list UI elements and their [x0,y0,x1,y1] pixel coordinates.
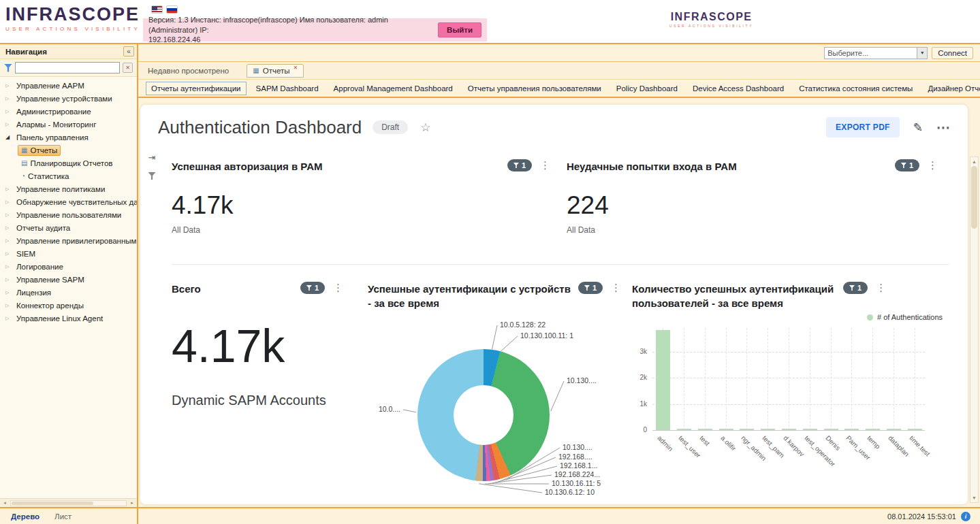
report-tab[interactable]: Approval Management Dashboard [328,82,458,95]
sidebar-item[interactable]: ▷Администрирование [0,105,137,118]
sidebar-item[interactable]: ▷Управление пользователями [0,208,137,221]
filter-badge[interactable]: 1 [843,282,868,294]
filter-badge[interactable]: 1 [300,282,325,294]
close-tab-icon[interactable]: ✕ [293,65,298,71]
sidebar-item[interactable]: ▷Управление AAPM [0,79,137,92]
kebab-menu-icon[interactable]: ⋮ [540,159,550,171]
bar-chart-xtick: a.olifir [719,434,738,453]
favorite-star-icon[interactable]: ☆ [420,120,430,135]
tree-expand-arrow-icon[interactable]: ▷ [5,225,13,231]
report-tab[interactable]: Дизайнер Отчетов [922,82,980,95]
scroll-right-button[interactable]: ▸ [127,500,137,506]
sidebar-item[interactable]: ▷Алармы - Мониторинг [0,118,137,131]
sidebar-collapse-button[interactable]: « [123,46,134,56]
tree-expand-arrow-icon[interactable]: ▷ [5,83,13,88]
scrollbar-track[interactable] [970,166,978,493]
sidebar-item-label: Администрирование [16,108,91,116]
sidebar-item-inner: Управление устройствами [13,93,116,104]
dashboard-filter-icon[interactable] [148,172,156,180]
page-title: Authentication Dashboard [158,117,362,138]
export-pdf-button[interactable]: EXPORT PDF [826,117,900,137]
kebab-menu-icon[interactable]: ⋮ [611,282,621,294]
sidebar-item[interactable]: ▤Планировщик Отчетов [0,157,137,169]
logout-button[interactable]: Выйти [438,22,481,37]
kebab-menu-icon[interactable]: ⋮ [333,282,343,294]
tree-expand-arrow-icon[interactable]: ▷ [5,199,13,205]
tree-expand-arrow-icon[interactable]: ▷ [5,277,13,282]
tree-expand-arrow-icon[interactable]: ▷ [5,238,13,244]
bar-chart-vgridline [768,328,768,430]
ru-flag-icon[interactable] [166,5,178,14]
scroll-left-button[interactable]: ◂ [0,500,10,506]
filter-badge[interactable]: 1 [507,159,532,171]
panel-header: Успешная авторизация в PAM 1 ⋮ [172,159,550,174]
reports-tab[interactable]: ▦ Отчеты ✕ [247,64,304,78]
recently-viewed-tab[interactable]: Недавно просмотрено [148,67,229,75]
bar-chart-plot[interactable]: 01k2k3kadmintest_usertesta.olifirngr_adm… [632,323,952,486]
report-tab[interactable]: Отчеты управления пользователями [462,82,607,95]
sidebar-item[interactable]: ◢Панель управления [0,131,137,144]
sidebar-item[interactable]: ▷Управление привилегированными зада [0,234,137,247]
sidebar-item[interactable]: ◔Статистика [0,169,137,182]
edit-pencil-icon[interactable]: ✎ [913,120,923,135]
sidebar-item[interactable]: ▷Управление Linux Agent [0,312,137,325]
sidebar-item[interactable]: ▷Отчеты аудита [0,221,137,234]
sidebar-item[interactable]: ▷Управление SAPM [0,273,137,286]
sidebar-item[interactable]: ▦Отчеты [0,144,137,157]
tree-expand-arrow-icon[interactable]: ▷ [5,316,13,321]
sidebar-scrollbar-track[interactable] [10,500,127,506]
sidebar-item-inner: ▦Отчеты [18,145,61,156]
sidebar-search-input[interactable] [15,62,120,73]
sidebar-horizontal-scrollbar[interactable]: ◂ ▸ [0,498,137,507]
more-options-icon[interactable]: ⋯ [936,119,950,135]
connect-button[interactable]: Connect [932,47,973,59]
sidebar-item[interactable]: ▷Лицензия [0,286,137,299]
report-tab[interactable]: Policy Dashboard [611,82,683,95]
sidebar-scrollbar-thumb[interactable] [12,502,93,505]
tree-expand-arrow-icon[interactable]: ▷ [5,186,13,192]
collapse-filter-panel-icon[interactable]: ⇥ [148,152,156,163]
tab-list[interactable]: Лист [54,512,72,521]
report-tab[interactable]: SAPM Dashboard [251,82,324,95]
bar-chart-vgridline [915,328,915,430]
tree-expand-arrow-icon[interactable]: ▷ [5,303,13,308]
bar-chart-xtick: temp [866,434,882,451]
filter-badge[interactable]: 1 [578,282,603,294]
kebab-menu-icon[interactable]: ⋮ [876,282,886,294]
scrollbar-thumb[interactable] [971,166,977,229]
sidebar-item[interactable]: ▷Коннектор аренды [0,299,137,312]
donut-chart[interactable]: 10.0.5.128: 2210.130.100.11: 110.130....… [368,314,621,504]
sidebar-item[interactable]: ▷Обнаружение чувствительных данных [0,195,137,208]
tree-expand-arrow-icon[interactable]: ▷ [5,264,13,269]
chevron-down-icon[interactable]: ▾ [917,48,927,59]
tree-expand-arrow-icon[interactable]: ▷ [5,212,13,218]
tree-expand-arrow-icon[interactable]: ▷ [5,96,13,101]
report-tab[interactable]: Device Access Dashboard [687,82,789,95]
sidebar-item[interactable]: ▷Логирование [0,260,137,273]
filter-badge[interactable]: 1 [895,159,919,171]
bar-admin[interactable] [656,330,670,430]
us-flag-icon[interactable] [151,5,163,14]
clear-search-button[interactable]: ✕ [123,63,133,73]
status-info-icon[interactable]: i [961,512,970,521]
sidebar-item[interactable]: ▷Управление устройствами [0,92,137,105]
tree-collapse-arrow-icon[interactable]: ◢ [5,134,13,140]
panel-title: Неудачные попытки входа в PAM [567,159,895,174]
session-info-line2: 192.168.224.46 [148,35,200,44]
report-tab[interactable]: Статистика состояния системы [793,82,918,95]
scroll-up-button[interactable]: ▲ [970,157,978,166]
vertical-scrollbar[interactable]: ▲ ▼ [970,157,979,503]
sidebar-item[interactable]: ▷Управление политиками [0,182,137,195]
sidebar-item[interactable]: ▷SIEM [0,247,137,260]
tree-expand-arrow-icon[interactable]: ▷ [5,251,13,257]
connect-select[interactable]: Выберите... ▾ [824,47,928,59]
kebab-menu-icon[interactable]: ⋮ [928,159,938,171]
report-tab[interactable]: Отчеты аутентификации [146,82,247,95]
tree-expand-arrow-icon[interactable]: ▷ [5,109,13,114]
tree-expand-arrow-icon[interactable]: ▷ [5,122,13,127]
scroll-down-button[interactable]: ▼ [970,493,978,502]
sidebar-item-label: Управление привилегированными зада [16,237,137,245]
center-logo-subtitle: USER ACTIONS VISIBILITY [669,24,753,28]
tree-expand-arrow-icon[interactable]: ▷ [5,290,13,295]
tab-tree[interactable]: Дерево [11,512,39,521]
